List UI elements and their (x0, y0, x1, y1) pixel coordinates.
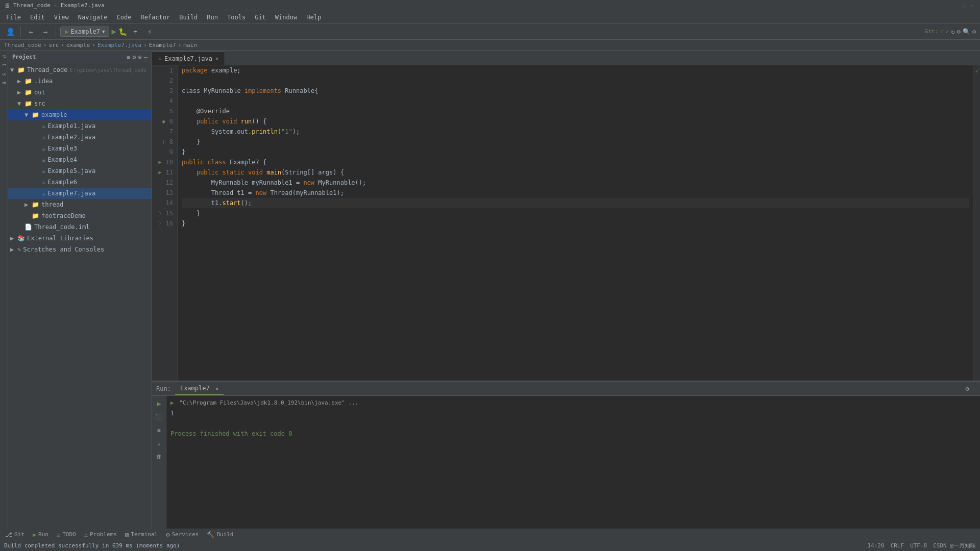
breadcrumb-example-pkg[interactable]: example (66, 42, 90, 48)
close-button[interactable]: ✕ (969, 2, 976, 9)
menu-view[interactable]: View (50, 13, 73, 22)
todo-bottom-icon: ☑ (57, 531, 60, 538)
debug-button[interactable]: 🐛 (118, 28, 127, 36)
token: class (182, 86, 204, 96)
breadcrumb-src[interactable]: src (48, 42, 59, 48)
git-options-button[interactable]: ⚙ (957, 28, 961, 35)
tree-item-src[interactable]: ▼ 📁 src (8, 98, 152, 109)
tree-item-thread[interactable]: ▶ 📁 thread (8, 199, 152, 210)
tree-item-ex5[interactable]: ▶ ☕ Example5.java (8, 165, 152, 177)
run-scroll-btn[interactable]: ↓ (154, 438, 165, 449)
services-bottom-label: Services (172, 531, 199, 538)
back-button[interactable]: ← (25, 26, 37, 38)
token: void (222, 116, 240, 127)
search-everywhere-button[interactable]: 🔍 (963, 28, 970, 35)
editor-tab-example7[interactable]: ☕ Example7.java ✕ (152, 52, 225, 65)
tree-item-ex6[interactable]: ▶ ☕ Example6 (8, 177, 152, 188)
tree-item-ex3[interactable]: ▶ ☕ Example3 (8, 143, 152, 154)
breadcrumb-sep-1: › (43, 42, 47, 48)
project-nav-button[interactable]: 👤 (4, 26, 16, 38)
breadcrumb-file[interactable]: Example7.java (97, 42, 141, 48)
settings-button[interactable]: ⚙ (972, 28, 976, 35)
bookmarks-icon[interactable]: B (2, 82, 7, 84)
tree-icon-iml: 📄 (24, 223, 32, 231)
coverage-button[interactable]: ☂ (129, 26, 141, 38)
menu-tools[interactable]: Tools (223, 13, 250, 22)
run-stop-btn[interactable]: ⬛ (154, 411, 165, 422)
code-line-3: class MyRunnable implements Runnable{ (182, 86, 969, 96)
run-tab-example7[interactable]: Example7 ✕ (175, 383, 224, 395)
menu-build[interactable]: Build (175, 13, 202, 22)
structure-icon[interactable]: S (2, 73, 7, 76)
menu-refactor[interactable]: Refactor (136, 13, 174, 22)
menu-help[interactable]: Help (302, 13, 325, 22)
status-bar: Build completed successfully in 639 ms (… (0, 540, 980, 551)
linenum-1: 1 (169, 65, 173, 76)
run-button[interactable]: ▶ (111, 27, 116, 36)
forward-button[interactable]: → (39, 26, 52, 38)
tree-label-src: src (34, 100, 45, 107)
run-play-icon: ▶ (170, 399, 174, 406)
breadcrumb-method[interactable]: main (183, 42, 197, 48)
todo-bottom-btn[interactable]: ☑ TODO (54, 530, 79, 540)
tree-icon-extlibs: 📚 (17, 235, 25, 242)
panel-collapse-btn[interactable]: ≡ (127, 54, 130, 61)
run-panel-settings-btn[interactable]: ⚙ (966, 385, 969, 392)
run-config-selector[interactable]: ▶ Example7 ▼ (60, 27, 109, 37)
git-bottom-label: Git (14, 531, 24, 538)
tab-close-btn[interactable]: ✕ (215, 56, 218, 61)
panel-settings-btn[interactable]: ⚙ (132, 54, 136, 61)
panel-close-btn[interactable]: — (144, 54, 148, 61)
run-clear-btn[interactable]: 🗑 (154, 451, 165, 462)
git-sync-button[interactable]: ↻ (951, 28, 954, 35)
tree-item-ex1[interactable]: ▶ ☕ Example1.java (8, 120, 152, 132)
tree-item-footrace[interactable]: ▶ 📁 footraceDemo (8, 210, 152, 221)
menu-code[interactable]: Code (113, 13, 136, 22)
menu-git[interactable]: Git (251, 13, 270, 22)
tree-item-extlibs[interactable]: ▶ 📚 External Libraries (8, 233, 152, 244)
tree-item-example[interactable]: ▼ 📁 example (8, 109, 152, 120)
build-bottom-btn[interactable]: 🔨 Build (204, 530, 236, 540)
tree-item-out[interactable]: ▶ 📁 out (8, 87, 152, 98)
run-11[interactable]: ▶ (159, 167, 162, 178)
status-line-sep[interactable]: CRLF (891, 542, 904, 549)
tree-item-ex7[interactable]: ▶ ☕ Example7.java (8, 188, 152, 199)
menu-navigate[interactable]: Navigate (74, 13, 112, 22)
tree-item-ex2[interactable]: ▶ ☕ Example2.java (8, 132, 152, 143)
tree-item-root[interactable]: ▼ 📁 Thread_code E:\gitee\java\Thread_cod… (8, 64, 152, 76)
run-label: Run: (156, 385, 171, 392)
run-tab-close[interactable]: ✕ (215, 386, 218, 391)
git-bottom-btn[interactable]: ⎇ Git (2, 530, 28, 540)
project-icon[interactable]: P (2, 55, 7, 58)
tree-item-ex4[interactable]: ▶ ☕ Example4 (8, 154, 152, 165)
profile-button[interactable]: ⚡ (143, 26, 156, 38)
code-content[interactable]: package example; class MyRunnable implem… (178, 65, 973, 381)
status-encoding[interactable]: UTF-8 (910, 542, 927, 549)
problems-bottom-btn[interactable]: ⚠ Problems (81, 530, 120, 540)
terminal-bottom-btn[interactable]: ▧ Terminal (122, 530, 161, 540)
services-bottom-btn[interactable]: ⚙ Services (163, 530, 202, 540)
minimize-button[interactable]: — (950, 2, 958, 9)
run-panel-minimize-btn[interactable]: — (972, 385, 976, 392)
menu-window[interactable]: Window (271, 13, 301, 22)
run-10[interactable]: ▶ (159, 157, 162, 167)
tree-item-scratches[interactable]: ▶ ✎ Scratches and Consoles (8, 244, 152, 255)
run-output[interactable]: ▶ "C:\Program Files\Java\jdk1.8.0_192\bi… (166, 396, 980, 529)
breadcrumb-project[interactable]: Thread_code (4, 42, 41, 48)
menu-run[interactable]: Run (203, 13, 222, 22)
menu-edit[interactable]: Edit (26, 13, 49, 22)
run-restart-btn[interactable]: ▶ (154, 398, 165, 409)
commit-icon[interactable]: C (2, 64, 7, 66)
token: MyRunnable myRunnable1 = (182, 178, 303, 188)
panel-gear-btn[interactable]: ⊕ (138, 54, 142, 61)
menu-bar: File Edit View Navigate Code Refactor Bu… (0, 11, 980, 23)
menu-file[interactable]: File (2, 13, 25, 22)
status-position[interactable]: 14:20 (868, 542, 885, 549)
tree-arrow-thread: ▶ (24, 201, 32, 208)
maximize-button[interactable]: □ (960, 2, 967, 9)
run-bottom-btn[interactable]: ▶ Run (30, 530, 52, 540)
tree-item-iml[interactable]: ▶ 📄 Thread_code.iml (8, 221, 152, 233)
run-filter-btn[interactable]: ≡ (154, 424, 165, 436)
breadcrumb-class[interactable]: Example7 (149, 42, 176, 48)
tree-item-idea[interactable]: ▶ 📁 .idea (8, 76, 152, 87)
